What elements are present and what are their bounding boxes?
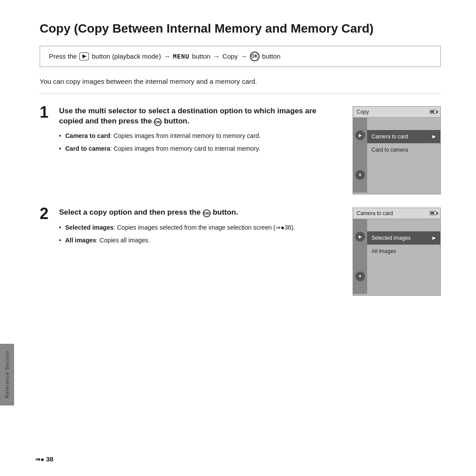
step2-number: 2 [40, 206, 52, 222]
step2-bullets: Selected images: Copies images selected … [59, 223, 339, 245]
nav-arrow3: → [241, 52, 247, 60]
intro-text: You can copy images between the internal… [40, 78, 441, 94]
desc-camera-to-card: : Copies images from internal memory to … [110, 132, 261, 139]
screen1-menu-item-1: Card to camera [367, 143, 440, 156]
screen1-menu-item-0: Camera to card ▶ [367, 130, 440, 143]
screen1-header-title: Copy [357, 109, 369, 115]
step1-text: 1 Use the multi selector to select a des… [40, 106, 339, 194]
screen1-nav-down: ▼ [355, 170, 365, 180]
reference-sidebar: Reference Section [0, 344, 14, 405]
page-title: Copy (Copy Between Internal Memory and M… [40, 21, 441, 36]
screen1-item0-label: Camera to card [372, 134, 408, 140]
ok-icon-inline: OK [154, 118, 162, 126]
ok-btn-icon: OK [250, 52, 260, 61]
battery-icon2 [430, 211, 437, 215]
reference-text: Reference Section [4, 351, 10, 398]
step2-row: 2 Select a copy option and then press th… [40, 208, 339, 249]
nav-step1: button (playback mode) [92, 52, 161, 60]
screen2-body: ▶ ▼ Selected images ▶ All images [353, 219, 440, 294]
playback-btn-icon: ▶ [79, 52, 89, 60]
nav-copy-label: Copy [223, 52, 238, 60]
bullet-card-to-camera: Card to camera: Copies images from memor… [59, 144, 339, 153]
screen2-header-title: Camera to card [357, 210, 393, 216]
screen2-item1-label: All images [372, 248, 396, 254]
page-container: Copy (Copy Between Internal Memory and M… [0, 0, 476, 476]
desc-selected-images: : Copies images selected from the image … [114, 224, 295, 231]
nav-arrow1: → [164, 52, 170, 60]
screen2-nav-down: ▼ [355, 271, 365, 281]
step1-row: 1 Use the multi selector to select a des… [40, 106, 339, 157]
term-selected-images: Selected images [65, 224, 114, 231]
term-card-to-camera: Card to camera [65, 145, 110, 152]
screen1-image: Copy ▶ ▼ Camera to card ▶ [353, 106, 441, 194]
screen1-menu: Camera to card ▶ Card to camera [367, 118, 440, 156]
screen2-menu-item-0: Selected images ▶ [367, 231, 440, 245]
desc-all-images: : Copies all images. [96, 237, 150, 244]
nav-instruction-box: Press the ▶ button (playback mode) → MEN… [40, 46, 441, 67]
screen1-nav-play: ▶ [355, 130, 365, 140]
camera-screen1: Copy ▶ ▼ Camera to card ▶ [353, 106, 441, 194]
step2-content: Select a copy option and then press the … [59, 208, 339, 249]
page-number-area: ⇒● 38 [35, 455, 53, 463]
step1-bullets: Camera to card: Copies images from inter… [59, 131, 339, 153]
term-camera-to-card: Camera to card [65, 132, 110, 139]
step1-content: Use the multi selector to select a desti… [59, 106, 339, 157]
page-number: 38 [46, 455, 53, 463]
screen2-menu: Selected images ▶ All images [367, 219, 440, 258]
screen2-item0-label: Selected images [372, 235, 411, 241]
screen2-menu-item-1: All images [367, 245, 440, 258]
screen1-left-bar: ▶ ▼ [353, 118, 367, 193]
screen1-header: Copy [353, 107, 440, 118]
screen1-item1-label: Card to camera [372, 147, 408, 153]
page-num-icon: ⇒● [35, 456, 44, 463]
nav-suffix: button [262, 52, 281, 60]
ok-icon-inline2: OK [203, 209, 211, 217]
step2-area: 2 Select a copy option and then press th… [40, 208, 441, 296]
step1-number: 1 [40, 104, 52, 120]
nav-arrow2: → [213, 52, 220, 60]
term-all-images: All images [65, 237, 96, 244]
screen2-header: Camera to card [353, 208, 440, 219]
nav-prefix: Press the [49, 52, 77, 60]
bullet-selected-images: Selected images: Copies images selected … [59, 223, 339, 232]
desc-card-to-camera: : Copies images from memory card to inte… [110, 145, 260, 152]
menu-label: MENU [173, 53, 190, 60]
screen1-item0-arrow: ▶ [432, 134, 436, 139]
step2-title: Select a copy option and then press the … [59, 208, 339, 218]
step1-area: 1 Use the multi selector to select a des… [40, 106, 441, 194]
battery-icon1 [430, 110, 437, 114]
step1-title: Use the multi selector to select a desti… [59, 106, 339, 126]
bullet-camera-to-card: Camera to card: Copies images from inter… [59, 131, 339, 141]
bullet-all-images: All images: Copies all images. [59, 236, 339, 245]
step2-text: 2 Select a copy option and then press th… [40, 208, 339, 296]
screen2-left-bar: ▶ ▼ [353, 219, 367, 294]
screen2-image: Camera to card ▶ ▼ Selected images ▶ [353, 208, 441, 296]
screen2-item0-arrow: ▶ [432, 235, 436, 240]
camera-screen2: Camera to card ▶ ▼ Selected images ▶ [353, 208, 441, 296]
screen1-body: ▶ ▼ Camera to card ▶ Card to camera [353, 118, 440, 193]
screen2-nav-play: ▶ [355, 232, 365, 242]
nav-step2: button [192, 52, 211, 60]
